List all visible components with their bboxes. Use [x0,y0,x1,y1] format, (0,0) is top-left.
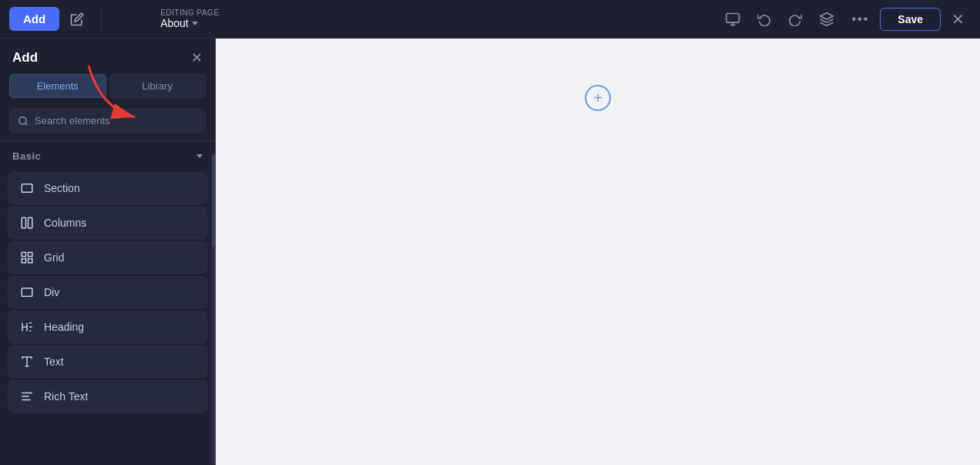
editing-label: EDITING PAGE [160,8,219,17]
redo-button[interactable] [782,8,808,31]
main-layout: Add ✕ Elements Library Bas [0,39,980,465]
sidebar-scrollbar-thumb [212,154,215,247]
page-name[interactable]: About [160,17,198,29]
edit-icon [70,12,84,26]
element-label-grid: Grid [44,251,64,264]
element-item-text[interactable]: Text [8,345,207,378]
more-icon: ••• [851,12,869,26]
columns-icon [19,215,35,231]
element-item-section[interactable]: Section [8,172,207,204]
svg-rect-8 [22,217,25,228]
layers-button[interactable] [813,7,841,32]
section-icon [19,180,35,196]
svg-rect-7 [22,184,32,193]
sidebar-close-button[interactable]: ✕ [191,49,203,66]
redo-icon [788,12,802,26]
element-item-div[interactable]: Div [8,276,207,308]
monitor-icon [725,12,740,27]
svg-rect-14 [22,288,32,297]
canvas-add-button[interactable]: + [585,85,611,111]
undo-icon [757,12,771,26]
undo-button[interactable] [751,8,777,31]
element-item-heading[interactable]: Heading [8,311,207,343]
search-box [9,109,206,133]
close-icon: ✕ [951,11,965,28]
svg-rect-10 [22,252,25,256]
svg-line-6 [25,123,28,125]
header: Add EDITING PAGE About [0,0,980,39]
element-label-rich-text: Rich Text [44,390,88,403]
tab-library[interactable]: Library [109,74,206,98]
text-icon [19,354,35,369]
element-label-div: Div [44,286,59,298]
element-label-section: Section [44,182,80,194]
element-item-columns[interactable]: Columns [8,207,207,239]
div-icon [19,285,35,300]
search-icon [18,116,29,126]
header-divider [101,8,102,31]
search-input[interactable] [35,115,197,126]
svg-rect-0 [727,13,740,22]
element-label-columns: Columns [44,217,86,229]
canvas-plus-icon: + [593,89,602,107]
svg-rect-12 [22,259,25,263]
add-button[interactable]: Add [9,7,59,31]
svg-rect-9 [29,217,32,228]
rich-text-icon [19,389,35,404]
svg-marker-3 [821,12,834,19]
sidebar-scrollbar [212,154,215,465]
svg-rect-13 [29,259,32,263]
page-name-chevron-icon [192,22,198,25]
edit-icon-button[interactable] [65,8,89,31]
basic-section-label: Basic [12,150,41,162]
svg-rect-11 [29,252,32,256]
page-name-text: About [160,17,189,29]
canvas-area: + [216,39,980,465]
element-label-heading: Heading [44,321,84,333]
element-item-grid[interactable]: Grid [8,241,207,274]
sidebar: Add ✕ Elements Library Bas [0,39,216,465]
sidebar-close-icon: ✕ [191,50,203,66]
sidebar-title: Add [12,50,38,66]
basic-section-header[interactable]: Basic [0,141,215,170]
more-button[interactable]: ••• [845,8,875,31]
editing-page-info: EDITING PAGE About [160,8,713,29]
element-item-rich-text[interactable]: Rich Text [8,380,207,413]
heading-icon [19,319,35,335]
layers-icon [819,12,834,27]
close-button[interactable]: ✕ [945,7,971,32]
search-container [0,106,215,140]
header-actions: ••• Save ✕ [719,7,971,32]
monitor-icon-button[interactable] [719,7,747,32]
element-label-text: Text [44,355,64,368]
grid-icon [19,250,35,265]
save-button[interactable]: Save [880,8,941,31]
basic-section-chevron-icon [196,154,203,158]
sidebar-scroll[interactable]: Basic Section [0,141,215,465]
sidebar-header: Add ✕ [0,39,215,74]
tab-elements[interactable]: Elements [9,74,106,98]
tabs: Elements Library [0,74,215,106]
svg-point-5 [19,116,26,123]
